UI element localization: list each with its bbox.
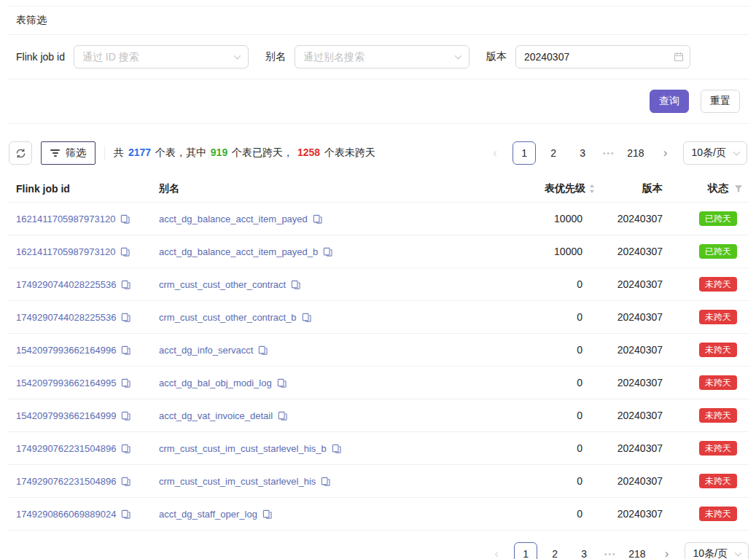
vertical-divider bbox=[104, 146, 105, 160]
status-cell: 未跨天 bbox=[663, 310, 743, 324]
flink-job-id-select[interactable] bbox=[74, 45, 249, 69]
flink-job-id-link[interactable]: 1621411705987973120 bbox=[16, 246, 115, 257]
column-header-priority[interactable]: 表优先级 bbox=[486, 182, 596, 195]
copy-icon[interactable] bbox=[120, 247, 130, 257]
copy-icon[interactable] bbox=[121, 477, 130, 486]
alias-link[interactable]: acct_dg_info_servacct bbox=[159, 345, 253, 356]
alias-link[interactable]: crm_cust_cust_im_cust_starlevel_his_b bbox=[159, 443, 327, 454]
table-row: 1749290744028225536 crm_cust_cust_other_… bbox=[7, 268, 749, 301]
status-cell: 未跨天 bbox=[663, 408, 743, 423]
copy-icon[interactable] bbox=[291, 280, 300, 289]
copy-icon[interactable] bbox=[121, 345, 130, 355]
filter-funnel-icon[interactable] bbox=[734, 184, 743, 193]
flink-job-id-link[interactable]: 1621411705987973120 bbox=[16, 214, 115, 224]
flink-job-id-input[interactable] bbox=[74, 45, 249, 69]
alias-select[interactable] bbox=[295, 45, 469, 69]
priority-cell: 0 bbox=[486, 410, 596, 421]
flink-job-id-link[interactable]: 1749290744028225536 bbox=[16, 312, 116, 323]
version-cell: 20240307 bbox=[596, 442, 663, 454]
page-button-3[interactable]: 3 bbox=[571, 141, 594, 165]
alias-link[interactable]: acct_dg_bal_obj_modi_log bbox=[159, 378, 272, 388]
alias-cell: crm_cust_cust_other_contract_b bbox=[159, 312, 486, 323]
copy-icon[interactable] bbox=[277, 378, 287, 388]
alias-cell: crm_cust_cust_im_cust_starlevel_his bbox=[159, 476, 486, 487]
alias-link[interactable]: crm_cust_cust_other_contract bbox=[159, 279, 286, 290]
flink-job-id-cell: 1542097993662164995 bbox=[16, 378, 159, 388]
version-cell: 20240307 bbox=[596, 344, 663, 356]
summary-text: 共 2177 个表，其中 919 个表已跨天， 1258 个表未跨天 bbox=[114, 146, 375, 160]
version-date-picker[interactable] bbox=[515, 45, 690, 69]
filter-panel-title: 表筛选 bbox=[16, 14, 47, 26]
pagination-ellipsis[interactable]: ••• bbox=[601, 550, 619, 558]
reset-button[interactable]: 重置 bbox=[701, 90, 740, 113]
next-page-button[interactable]: › bbox=[654, 141, 677, 165]
refresh-button[interactable] bbox=[9, 141, 32, 165]
status-badge: 未跨天 bbox=[699, 343, 737, 357]
copy-icon[interactable] bbox=[302, 313, 311, 322]
alias-cell: acct_dg_info_servacct bbox=[159, 345, 486, 356]
filter-panel-header: 表筛选 bbox=[7, 7, 749, 35]
page-button-1[interactable]: 1 bbox=[514, 542, 537, 559]
flink-job-id-cell: 1621411705987973120 bbox=[16, 246, 159, 257]
sort-icon[interactable] bbox=[588, 184, 596, 194]
query-button[interactable]: 查询 bbox=[650, 90, 689, 113]
page-size-select[interactable]: 10条/页 bbox=[683, 141, 747, 165]
version-cell: 20240307 bbox=[596, 246, 663, 257]
copy-icon[interactable] bbox=[120, 214, 130, 224]
summary-mid2: 个表已跨天， bbox=[229, 146, 296, 158]
copy-icon[interactable] bbox=[278, 411, 287, 421]
copy-icon[interactable] bbox=[121, 378, 130, 388]
version-cell: 20240307 bbox=[596, 278, 663, 290]
status-cell: 已跨天 bbox=[663, 211, 743, 226]
copy-icon[interactable] bbox=[323, 247, 332, 257]
copy-icon[interactable] bbox=[121, 444, 130, 453]
alias-link[interactable]: acct_dg_staff_oper_log bbox=[159, 509, 257, 520]
flink-job-id-link[interactable]: 1542097993662164996 bbox=[16, 345, 116, 356]
copy-icon[interactable] bbox=[121, 509, 130, 519]
flink-job-id-link[interactable]: 1749290762231504896 bbox=[16, 443, 116, 454]
page-button-2[interactable]: 2 bbox=[543, 542, 566, 559]
alias-link[interactable]: acct_dg_vat_invoice_detail bbox=[159, 410, 273, 421]
flink-job-id-cell: 1749290744028225536 bbox=[16, 312, 159, 323]
copy-icon[interactable] bbox=[121, 411, 130, 421]
priority-cell: 10000 bbox=[486, 213, 596, 224]
alias-link[interactable]: acct_dg_balance_acct_item_payed bbox=[159, 214, 308, 224]
next-page-button[interactable]: › bbox=[655, 542, 679, 559]
prev-page-button[interactable]: ‹ bbox=[485, 542, 508, 559]
version-field: 版本 bbox=[486, 45, 690, 69]
filter-toggle-button[interactable]: 筛选 bbox=[41, 141, 96, 165]
flink-job-id-link[interactable]: 1749290866069889024 bbox=[16, 509, 116, 520]
column-header-flink-job-id: Flink job id bbox=[16, 183, 159, 195]
copy-icon[interactable] bbox=[321, 477, 330, 486]
pagination-ellipsis[interactable]: ••• bbox=[600, 149, 617, 157]
column-header-version: 版本 bbox=[596, 182, 663, 195]
version-input[interactable] bbox=[515, 45, 690, 69]
flink-job-id-link[interactable]: 1542097993662164999 bbox=[16, 410, 116, 421]
page-size-select[interactable]: 10条/页 bbox=[685, 542, 749, 559]
filter-panel-body: Flink job id 别名 版本 bbox=[7, 35, 749, 79]
alias-link[interactable]: crm_cust_cust_other_contract_b bbox=[159, 312, 297, 323]
copy-icon[interactable] bbox=[332, 444, 341, 453]
copy-icon[interactable] bbox=[313, 214, 322, 224]
alias-input[interactable] bbox=[295, 45, 469, 69]
copy-icon[interactable] bbox=[262, 509, 272, 519]
page-button-1[interactable]: 1 bbox=[513, 141, 536, 165]
page-button-2[interactable]: 2 bbox=[542, 141, 565, 165]
table-row: 1542097993662164996 acct_dg_info_servacc… bbox=[7, 334, 749, 367]
copy-icon[interactable] bbox=[258, 345, 268, 355]
alias-cell: crm_cust_cust_other_contract bbox=[159, 279, 486, 290]
page-button-3[interactable]: 3 bbox=[572, 542, 596, 559]
flink-job-id-link[interactable]: 1749290744028225536 bbox=[16, 279, 116, 290]
alias-link[interactable]: crm_cust_cust_im_cust_starlevel_his bbox=[159, 476, 316, 487]
flink-job-id-link[interactable]: 1749290762231504896 bbox=[16, 476, 116, 487]
flink-job-id-link[interactable]: 1542097993662164995 bbox=[16, 378, 116, 388]
prev-page-button[interactable]: ‹ bbox=[483, 141, 507, 165]
copy-icon[interactable] bbox=[121, 313, 130, 322]
page-button-last[interactable]: 218 bbox=[623, 141, 647, 165]
alias-link[interactable]: acct_dg_balance_acct_item_payed_b bbox=[159, 246, 318, 257]
alias-cell: acct_dg_balance_acct_item_payed bbox=[159, 214, 486, 224]
page-button-last[interactable]: 218 bbox=[625, 542, 649, 559]
table-row: 1749290866069889024 acct_dg_staff_oper_l… bbox=[7, 498, 749, 531]
copy-icon[interactable] bbox=[121, 280, 130, 289]
alias-cell: acct_dg_bal_obj_modi_log bbox=[159, 378, 486, 388]
